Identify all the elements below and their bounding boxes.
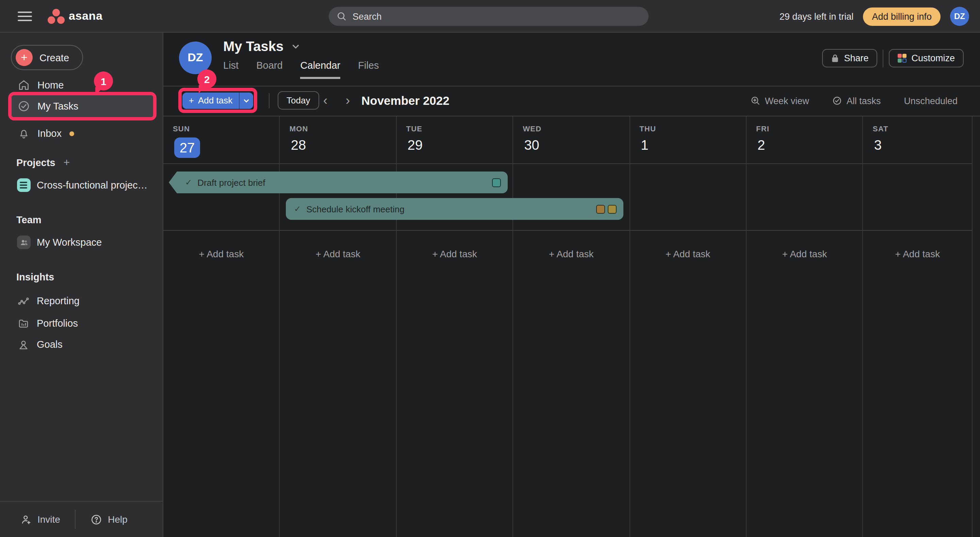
add-task-cell[interactable]: + Add task: [513, 230, 629, 278]
all-tasks-filter[interactable]: All tasks: [832, 96, 881, 106]
add-task-button[interactable]: + Add task: [183, 92, 239, 108]
tag-swatch: [596, 204, 605, 214]
footer-divider: [75, 510, 76, 529]
chevron-down-icon: [243, 97, 250, 104]
day-header: WED 30: [513, 116, 629, 164]
day-header: FRI 2: [746, 116, 862, 164]
week-row-divider: [163, 230, 972, 231]
project-list-icon: [17, 178, 30, 192]
add-task-cell[interactable]: + Add task: [280, 230, 396, 278]
invite-button[interactable]: Invite: [21, 513, 60, 525]
view-tabs: List Board Calendar Files: [223, 60, 379, 79]
week-view-toggle[interactable]: Week view: [751, 96, 809, 106]
add-task-cell[interactable]: + Add task: [163, 230, 279, 278]
task-bar-draft-project-brief[interactable]: ✓ Draft project brief: [177, 172, 508, 193]
day-header: TUE 29: [397, 116, 513, 164]
check-circle-icon: [832, 96, 842, 105]
header-actions: Share Customize: [822, 49, 964, 67]
page-title: My Tasks: [223, 39, 283, 54]
top-bar: asana 29 days left in trial Add billing …: [0, 0, 980, 33]
plus-icon: +: [189, 95, 194, 105]
sidebar: + Create Home My Tasks 1 Inbox Projects …: [0, 33, 163, 537]
customize-button[interactable]: Customize: [889, 49, 964, 67]
calendar-column-thu: THU 1 + Add task: [630, 116, 746, 537]
workspace-people-icon: [17, 236, 30, 249]
add-project-icon[interactable]: +: [63, 156, 70, 169]
sidebar-item-my-workspace[interactable]: My Workspace: [0, 232, 163, 252]
topbar-right-group: 29 days left in trial Add billing info D…: [780, 0, 969, 33]
sidebar-item-inbox[interactable]: Inbox: [0, 123, 163, 143]
help-icon: [91, 513, 102, 525]
create-button[interactable]: + Create: [11, 45, 83, 70]
portfolios-folder-icon: [18, 317, 29, 329]
sidebar-item-goals[interactable]: Goals: [0, 334, 163, 355]
task-bar-schedule-kickoff-meeting[interactable]: ✓ Schedule kickoff meeting: [286, 198, 624, 220]
lock-icon: [831, 54, 839, 63]
actions-divider: [883, 49, 883, 67]
page-title-row[interactable]: My Tasks: [223, 39, 300, 54]
search-input[interactable]: [353, 11, 611, 21]
toolbar-divider: [269, 93, 269, 108]
add-task-dropdown-button[interactable]: [239, 92, 253, 108]
chevron-down-icon[interactable]: [291, 42, 300, 51]
sidebar-item-reporting[interactable]: Reporting: [0, 291, 163, 311]
team-section-header: Team: [16, 212, 41, 228]
add-task-cell[interactable]: + Add task: [746, 230, 862, 278]
add-task-cell[interactable]: + Add task: [863, 230, 972, 278]
projects-section-header: Projects +: [16, 155, 70, 171]
today-date-chip: 27: [174, 137, 200, 158]
trial-countdown: 29 days left in trial: [780, 11, 854, 21]
asana-logo-text: asana: [69, 10, 102, 23]
task-complete-check-icon[interactable]: ✓: [294, 204, 301, 214]
page-header: DZ 2 My Tasks List Board Calendar Files …: [163, 33, 980, 86]
goals-icon: [18, 339, 29, 350]
sidebar-item-portfolios[interactable]: Portfolios: [0, 313, 163, 333]
day-header: SUN 27: [163, 116, 279, 164]
add-task-split-button: + Add task: [183, 92, 253, 108]
search-bar[interactable]: [329, 7, 649, 26]
tutorial-highlight-box-add-task: + Add task: [178, 88, 257, 113]
calendar-toolbar: + Add task Today ‹ › November 2022 Week …: [163, 86, 980, 115]
bell-icon: [18, 127, 30, 140]
day-header: SAT 3: [863, 116, 972, 164]
tab-list[interactable]: List: [223, 60, 239, 79]
calendar-grid: SUN 27 + Add task MON 28 + Add task TUE …: [163, 116, 980, 537]
main-content: DZ 2 My Tasks List Board Calendar Files …: [163, 33, 980, 537]
search-icon: [337, 11, 347, 21]
sidebar-toggle-icon[interactable]: [18, 11, 32, 21]
add-billing-info-button[interactable]: Add billing info: [863, 7, 940, 25]
home-icon: [18, 79, 30, 91]
customize-grid-icon: [898, 54, 907, 63]
tab-board[interactable]: Board: [256, 60, 282, 79]
check-circle-icon: [18, 100, 30, 112]
view-filters: Week view All tasks Unscheduled: [751, 86, 958, 115]
task-tags: [596, 204, 617, 214]
tag-swatch: [608, 204, 617, 214]
inbox-unread-dot: [70, 131, 75, 136]
tutorial-step-1-badge: 1: [94, 72, 113, 91]
user-avatar[interactable]: DZ: [950, 7, 969, 26]
share-button[interactable]: Share: [822, 49, 877, 67]
sidebar-project-cross-functional[interactable]: Cross-functional projec…: [0, 175, 163, 195]
tab-files[interactable]: Files: [358, 60, 379, 79]
add-task-cell[interactable]: + Add task: [397, 230, 513, 278]
tab-calendar[interactable]: Calendar: [301, 60, 340, 79]
sidebar-item-my-tasks[interactable]: My Tasks: [11, 95, 153, 117]
task-complete-check-icon[interactable]: ✓: [185, 178, 192, 187]
sidebar-footer: Invite Help: [0, 501, 163, 537]
calendar-column-wed: WED 30 + Add task: [513, 116, 630, 537]
asana-app-window: asana 29 days left in trial Add billing …: [0, 0, 980, 537]
zoom-icon: [751, 96, 760, 105]
next-month-button[interactable]: ›: [342, 91, 354, 110]
asana-logo-icon: [48, 8, 64, 24]
calendar-column-sat: SAT 3 + Add task: [863, 116, 972, 537]
unscheduled-toggle[interactable]: Unscheduled: [904, 96, 958, 106]
tag-swatch: [492, 178, 501, 187]
add-task-cell[interactable]: + Add task: [630, 230, 746, 278]
day-header: MON 28: [280, 116, 396, 164]
previous-month-button[interactable]: ‹: [319, 91, 331, 110]
day-header: THU 1: [630, 116, 746, 164]
task-name: Draft project brief: [197, 177, 265, 188]
today-button[interactable]: Today: [278, 91, 319, 110]
help-button[interactable]: Help: [91, 513, 127, 525]
